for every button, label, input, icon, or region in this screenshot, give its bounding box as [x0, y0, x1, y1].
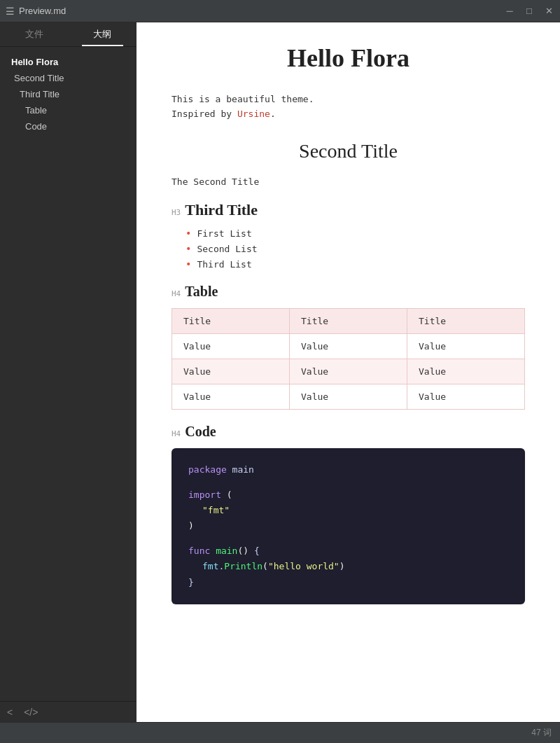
- h4-code-badge: H4: [172, 429, 181, 438]
- titlebar: ☰ Preview.md ─ □ ✕: [0, 0, 560, 22]
- heading-h4-table: Table: [185, 284, 218, 300]
- sidebar-footer: < </>: [0, 701, 136, 722]
- list-item: Third List: [186, 258, 525, 270]
- heading-h4-code: Code: [185, 424, 216, 440]
- content-area[interactable]: Hello Flora This is a beautiful theme. I…: [136, 22, 560, 722]
- sidebar-item-second-title[interactable]: Second Title: [0, 70, 136, 86]
- heading-h1: Hello Flora: [172, 43, 525, 73]
- table-cell: Value: [172, 359, 290, 384]
- table-cell: Value: [290, 359, 407, 384]
- tab-outline[interactable]: 大纲: [69, 22, 137, 46]
- heading-h2: Second Title: [172, 140, 525, 162]
- table-cell: Value: [290, 334, 407, 359]
- h3-container: H3 Third Title: [172, 201, 525, 219]
- intro-line1: This is a beautiful theme.: [172, 94, 525, 104]
- table-cell: Value: [172, 334, 290, 359]
- table-cell: Value: [407, 384, 525, 410]
- tab-files[interactable]: 文件: [0, 22, 69, 46]
- minimize-button[interactable]: ─: [504, 6, 515, 17]
- table-cell: Value: [290, 384, 407, 410]
- code-line-1: package main: [188, 462, 508, 478]
- titlebar-title: Preview.md: [19, 6, 504, 16]
- titlebar-controls: ─ □ ✕: [504, 6, 554, 17]
- h4-table-badge: H4: [172, 289, 181, 298]
- code-line-9: }: [188, 575, 508, 590]
- sidebar-nav: Hello Flora Second Title Third Title Tab…: [0, 47, 136, 701]
- second-para: The Second Title: [172, 176, 525, 187]
- table-row: Value Value Value: [172, 334, 525, 359]
- sidebar-item-third-title[interactable]: Third Title: [0, 86, 136, 102]
- main-layout: 文件 大纲 Hello Flora Second Title Third Tit…: [0, 22, 560, 722]
- h4-code-container: H4 Code: [172, 424, 525, 440]
- table-row: Value Value Value: [172, 359, 525, 384]
- menu-icon[interactable]: ☰: [6, 6, 15, 17]
- table-cell: Value: [172, 384, 290, 410]
- intro-line2: Inspired by Ursine.: [172, 109, 525, 119]
- table-row: Value Value Value: [172, 384, 525, 410]
- code-line-7: func main() {: [188, 543, 508, 559]
- list-section: First List Second List Third List: [172, 228, 525, 270]
- ursine-link[interactable]: Ursine: [237, 109, 270, 119]
- list-item: Second List: [186, 243, 525, 254]
- code-line-8: fmt.Println("hello world"): [188, 559, 508, 574]
- table-header-1: Title: [172, 309, 290, 334]
- sidebar-tabs: 文件 大纲: [0, 22, 136, 47]
- maximize-button[interactable]: □: [524, 6, 535, 17]
- forward-button[interactable]: </>: [24, 707, 38, 718]
- word-count: 47 词: [531, 727, 552, 739]
- statusbar: 47 词: [0, 722, 560, 743]
- list-item: First List: [186, 228, 525, 239]
- sidebar: 文件 大纲 Hello Flora Second Title Third Tit…: [0, 22, 136, 722]
- h3-badge: H3: [172, 208, 181, 217]
- code-block: package main import ( "fmt" ) func main(…: [172, 448, 525, 604]
- intro-section: This is a beautiful theme. Inspired by U…: [172, 94, 525, 119]
- table-header-2: Title: [290, 309, 407, 334]
- sidebar-item-hello-flora[interactable]: Hello Flora: [0, 54, 136, 70]
- table-header-3: Title: [407, 309, 525, 334]
- sidebar-item-table[interactable]: Table: [0, 102, 136, 118]
- code-line-3: import (: [188, 487, 508, 503]
- sidebar-item-code[interactable]: Code: [0, 118, 136, 134]
- code-line-5: ): [188, 518, 508, 534]
- h4-table-container: H4 Table: [172, 284, 525, 300]
- table-cell: Value: [407, 359, 525, 384]
- heading-h3: Third Title: [185, 201, 258, 219]
- data-table: Title Title Title Value Value Value Valu…: [172, 308, 525, 410]
- code-line-4: "fmt": [188, 503, 508, 518]
- table-cell: Value: [407, 334, 525, 359]
- close-button[interactable]: ✕: [543, 6, 554, 17]
- content-inner: Hello Flora This is a beautiful theme. I…: [136, 22, 560, 660]
- back-button[interactable]: <: [7, 707, 13, 718]
